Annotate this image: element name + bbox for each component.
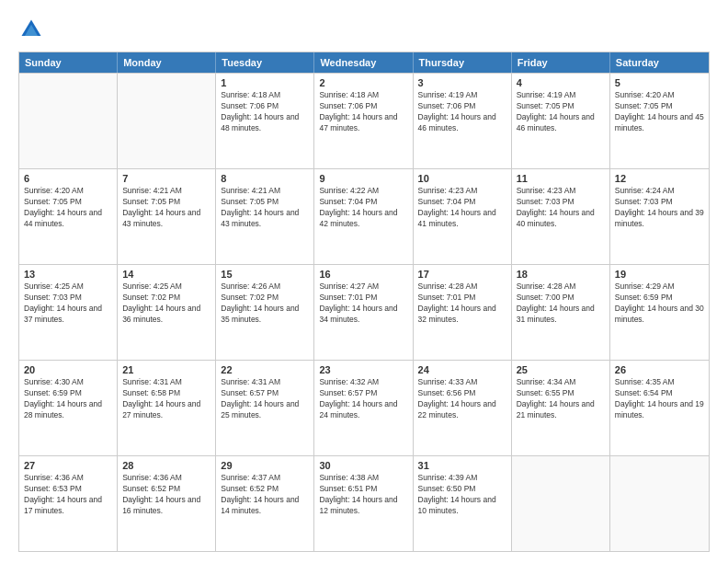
calendar-body: 1Sunrise: 4:18 AMSunset: 7:06 PMDaylight… (19, 73, 709, 551)
calendar-cell: 25Sunrise: 4:34 AMSunset: 6:55 PMDayligh… (512, 361, 610, 455)
day-number: 12 (615, 173, 704, 184)
calendar-row: 6Sunrise: 4:20 AMSunset: 7:05 PMDaylight… (19, 168, 709, 264)
page: SundayMondayTuesdayWednesdayThursdayFrid… (0, 0, 728, 563)
sunset-text: Sunset: 6:58 PM (122, 388, 210, 399)
sunset-text: Sunset: 7:05 PM (615, 101, 704, 112)
day-number: 9 (319, 173, 407, 184)
daylight-text: Daylight: 14 hours and 35 minutes. (221, 304, 309, 326)
daylight-text: Daylight: 14 hours and 25 minutes. (221, 399, 309, 421)
calendar-cell (118, 74, 216, 168)
sunset-text: Sunset: 6:50 PM (418, 484, 506, 495)
weekday-header: Thursday (414, 52, 512, 73)
day-number: 18 (517, 269, 605, 280)
calendar-cell: 14Sunrise: 4:25 AMSunset: 7:02 PMDayligh… (118, 265, 216, 360)
calendar-cell: 8Sunrise: 4:21 AMSunset: 7:05 PMDaylight… (216, 169, 314, 264)
daylight-text: Daylight: 14 hours and 22 minutes. (418, 399, 506, 421)
calendar-row: 20Sunrise: 4:30 AMSunset: 6:59 PMDayligh… (19, 360, 709, 455)
sunrise-text: Sunrise: 4:19 AM (418, 90, 506, 101)
calendar-cell: 3Sunrise: 4:19 AMSunset: 7:06 PMDaylight… (414, 74, 512, 168)
sunset-text: Sunset: 6:52 PM (221, 484, 309, 495)
sunset-text: Sunset: 7:02 PM (221, 293, 309, 304)
day-number: 20 (24, 364, 112, 375)
sunset-text: Sunset: 7:05 PM (122, 197, 210, 208)
calendar-cell (19, 74, 118, 168)
daylight-text: Daylight: 14 hours and 10 minutes. (418, 495, 506, 517)
weekday-header: Monday (118, 52, 216, 73)
daylight-text: Daylight: 14 hours and 46 minutes. (517, 112, 605, 134)
sunrise-text: Sunrise: 4:37 AM (221, 473, 309, 484)
sunrise-text: Sunrise: 4:36 AM (24, 473, 112, 484)
daylight-text: Daylight: 14 hours and 42 minutes. (319, 208, 407, 230)
day-number: 7 (122, 173, 210, 184)
sunrise-text: Sunrise: 4:39 AM (418, 473, 506, 484)
sunrise-text: Sunrise: 4:23 AM (517, 186, 605, 197)
daylight-text: Daylight: 14 hours and 17 minutes. (24, 495, 112, 517)
day-number: 8 (221, 173, 309, 184)
sunset-text: Sunset: 7:05 PM (24, 197, 112, 208)
daylight-text: Daylight: 14 hours and 43 minutes. (221, 208, 309, 230)
sunset-text: Sunset: 7:03 PM (517, 197, 605, 208)
daylight-text: Daylight: 14 hours and 31 minutes. (517, 304, 605, 326)
sunset-text: Sunset: 6:54 PM (615, 388, 704, 399)
calendar-row: 27Sunrise: 4:36 AMSunset: 6:53 PMDayligh… (19, 455, 709, 551)
calendar-cell: 22Sunrise: 4:31 AMSunset: 6:57 PMDayligh… (216, 361, 314, 455)
sunrise-text: Sunrise: 4:25 AM (122, 282, 210, 293)
daylight-text: Daylight: 14 hours and 19 minutes. (615, 399, 704, 421)
calendar-cell: 20Sunrise: 4:30 AMSunset: 6:59 PMDayligh… (19, 361, 118, 455)
day-number: 10 (418, 173, 506, 184)
calendar-cell (610, 456, 709, 551)
calendar-row: 13Sunrise: 4:25 AMSunset: 7:03 PMDayligh… (19, 264, 709, 360)
sunrise-text: Sunrise: 4:32 AM (319, 377, 407, 388)
calendar-cell: 24Sunrise: 4:33 AMSunset: 6:56 PMDayligh… (414, 361, 512, 455)
day-number: 15 (221, 269, 309, 280)
daylight-text: Daylight: 14 hours and 24 minutes. (319, 399, 407, 421)
day-number: 27 (24, 460, 112, 471)
sunrise-text: Sunrise: 4:24 AM (615, 186, 704, 197)
daylight-text: Daylight: 14 hours and 28 minutes. (24, 399, 112, 421)
sunset-text: Sunset: 6:52 PM (122, 484, 210, 495)
daylight-text: Daylight: 14 hours and 12 minutes. (319, 495, 407, 517)
sunrise-text: Sunrise: 4:34 AM (517, 377, 605, 388)
sunrise-text: Sunrise: 4:35 AM (615, 377, 704, 388)
calendar-cell: 26Sunrise: 4:35 AMSunset: 6:54 PMDayligh… (610, 361, 709, 455)
weekday-header: Saturday (610, 52, 709, 73)
day-number: 30 (319, 460, 407, 471)
daylight-text: Daylight: 14 hours and 43 minutes. (122, 208, 210, 230)
day-number: 6 (24, 173, 112, 184)
daylight-text: Daylight: 14 hours and 48 minutes. (221, 112, 309, 134)
day-number: 14 (122, 269, 210, 280)
day-number: 16 (319, 269, 407, 280)
calendar-cell: 19Sunrise: 4:29 AMSunset: 6:59 PMDayligh… (610, 265, 709, 360)
sunrise-text: Sunrise: 4:29 AM (615, 282, 704, 293)
daylight-text: Daylight: 14 hours and 34 minutes. (319, 304, 407, 326)
daylight-text: Daylight: 14 hours and 16 minutes. (122, 495, 210, 517)
calendar-cell: 7Sunrise: 4:21 AMSunset: 7:05 PMDaylight… (118, 169, 216, 264)
sunrise-text: Sunrise: 4:36 AM (122, 473, 210, 484)
sunrise-text: Sunrise: 4:21 AM (221, 186, 309, 197)
day-number: 25 (517, 364, 605, 375)
daylight-text: Daylight: 14 hours and 45 minutes. (615, 112, 704, 134)
day-number: 28 (122, 460, 210, 471)
calendar-cell: 13Sunrise: 4:25 AMSunset: 7:03 PMDayligh… (19, 265, 118, 360)
calendar-cell: 30Sunrise: 4:38 AMSunset: 6:51 PMDayligh… (314, 456, 413, 551)
logo-icon (18, 17, 44, 42)
calendar-cell: 6Sunrise: 4:20 AMSunset: 7:05 PMDaylight… (19, 169, 118, 264)
calendar-cell: 28Sunrise: 4:36 AMSunset: 6:52 PMDayligh… (118, 456, 216, 551)
sunrise-text: Sunrise: 4:18 AM (319, 90, 407, 101)
sunset-text: Sunset: 6:57 PM (221, 388, 309, 399)
daylight-text: Daylight: 14 hours and 14 minutes. (221, 495, 309, 517)
calendar-cell: 2Sunrise: 4:18 AMSunset: 7:06 PMDaylight… (314, 74, 413, 168)
sunset-text: Sunset: 6:53 PM (24, 484, 112, 495)
day-number: 17 (418, 269, 506, 280)
sunrise-text: Sunrise: 4:30 AM (24, 377, 112, 388)
sunset-text: Sunset: 7:04 PM (418, 197, 506, 208)
sunrise-text: Sunrise: 4:31 AM (221, 377, 309, 388)
logo (18, 17, 48, 42)
sunset-text: Sunset: 6:59 PM (24, 388, 112, 399)
calendar-cell: 9Sunrise: 4:22 AMSunset: 7:04 PMDaylight… (314, 169, 413, 264)
sunset-text: Sunset: 7:06 PM (319, 101, 407, 112)
calendar-cell: 29Sunrise: 4:37 AMSunset: 6:52 PMDayligh… (216, 456, 314, 551)
calendar-cell: 27Sunrise: 4:36 AMSunset: 6:53 PMDayligh… (19, 456, 118, 551)
day-number: 23 (319, 364, 407, 375)
day-number: 19 (615, 269, 704, 280)
